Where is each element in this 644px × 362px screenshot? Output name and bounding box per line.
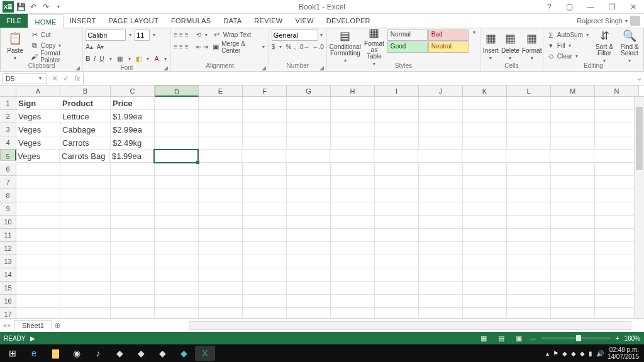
cell-D13[interactable] xyxy=(155,255,199,268)
cell-B16[interactable] xyxy=(60,295,111,308)
cell-B12[interactable] xyxy=(60,242,111,255)
cell-J16[interactable] xyxy=(419,295,463,308)
row-header-4[interactable]: 4 xyxy=(0,136,16,150)
cell-N4[interactable] xyxy=(595,136,639,150)
col-header-D[interactable]: D xyxy=(155,85,199,97)
cell-G6[interactable] xyxy=(287,163,331,176)
cell-F1[interactable] xyxy=(243,97,287,110)
tray-icon-3[interactable]: ◆ xyxy=(580,350,585,357)
clear-button[interactable]: ◇Clear▾ xyxy=(546,51,591,62)
cell-K14[interactable] xyxy=(463,268,507,282)
cell-M15[interactable] xyxy=(551,282,595,295)
cell-H11[interactable] xyxy=(331,229,375,242)
user-avatar[interactable] xyxy=(630,16,640,26)
cell-N2[interactable] xyxy=(595,110,639,123)
cell-F13[interactable] xyxy=(243,255,287,268)
cell-J15[interactable] xyxy=(419,282,463,295)
horizontal-scrollbar[interactable] xyxy=(189,321,631,330)
cell-I3[interactable] xyxy=(375,123,419,136)
cell-D15[interactable] xyxy=(155,282,199,295)
cell-J1[interactable] xyxy=(419,97,463,110)
tray-network-icon[interactable]: ▮ xyxy=(589,350,592,357)
fx-icon[interactable]: fx xyxy=(72,73,83,84)
cell-D11[interactable] xyxy=(155,229,199,242)
cell-J17[interactable] xyxy=(419,308,463,318)
cell-J4[interactable] xyxy=(419,136,463,150)
increase-decimal-icon[interactable]: .0→ xyxy=(298,43,309,50)
cell-D8[interactable] xyxy=(155,189,199,202)
task-explorer-icon[interactable]: ▇ xyxy=(45,346,65,361)
decrease-font-icon[interactable]: A▾ xyxy=(97,43,104,50)
cell-H4[interactable] xyxy=(331,136,375,150)
cell-N12[interactable] xyxy=(595,242,639,255)
cell-E8[interactable] xyxy=(199,189,243,202)
cell-B2[interactable]: Lettuce xyxy=(60,110,111,123)
vertical-scrollbar[interactable] xyxy=(634,97,644,318)
name-box[interactable]: D5▾ xyxy=(3,73,47,84)
fill-button[interactable]: ▾Fill▾ xyxy=(546,40,591,51)
cell-N9[interactable] xyxy=(595,202,639,216)
row-header-1[interactable]: 1 xyxy=(0,97,16,110)
cell-M2[interactable] xyxy=(551,110,595,123)
cell-I16[interactable] xyxy=(375,295,419,308)
cell-L12[interactable] xyxy=(507,242,551,255)
cell-N11[interactable] xyxy=(595,229,639,242)
cell-K15[interactable] xyxy=(463,282,507,295)
help-icon[interactable]: ? xyxy=(547,3,558,11)
cell-I7[interactable] xyxy=(375,176,419,189)
cell-G10[interactable] xyxy=(287,216,331,229)
cell-A17[interactable] xyxy=(16,308,60,318)
cell-K9[interactable] xyxy=(463,202,507,216)
comma-format-icon[interactable]: , xyxy=(294,43,296,50)
task-app4-icon[interactable]: ◆ xyxy=(174,346,194,361)
col-header-C[interactable]: C xyxy=(111,85,155,96)
underline-button[interactable]: U xyxy=(99,55,104,62)
style-normal[interactable]: Normal xyxy=(387,30,428,41)
cell-F17[interactable] xyxy=(243,308,287,318)
cell-D6[interactable] xyxy=(155,163,199,176)
row-header-15[interactable]: 15 xyxy=(0,282,16,295)
cell-G12[interactable] xyxy=(287,242,331,255)
cell-K4[interactable] xyxy=(463,136,507,150)
col-header-E[interactable]: E xyxy=(199,85,243,96)
cell-G2[interactable] xyxy=(287,110,331,123)
cell-L3[interactable] xyxy=(507,123,551,136)
cell-J10[interactable] xyxy=(419,216,463,229)
cell-M1[interactable] xyxy=(551,97,595,110)
cell-E2[interactable] xyxy=(199,110,243,123)
paste-button[interactable]: 📋 Paste ▾ xyxy=(3,30,27,62)
cell-B3[interactable]: Cabbage xyxy=(60,123,111,136)
zoom-out-button[interactable]: — xyxy=(530,335,536,342)
number-dialog-icon[interactable]: ◢ xyxy=(319,65,324,71)
cell-J11[interactable] xyxy=(419,229,463,242)
cell-B6[interactable] xyxy=(60,163,111,176)
cell-J5[interactable] xyxy=(418,150,462,163)
cell-K11[interactable] xyxy=(463,229,507,242)
cell-A6[interactable] xyxy=(16,163,60,176)
cell-H1[interactable] xyxy=(331,97,375,110)
tab-file[interactable]: FILE xyxy=(0,14,28,28)
close-button[interactable]: ✕ xyxy=(623,0,644,14)
cell-K2[interactable] xyxy=(463,110,507,123)
cell-A8[interactable] xyxy=(16,189,60,202)
tray-icon-2[interactable]: ◆ xyxy=(571,350,576,357)
conditional-formatting-button[interactable]: ▤Conditional Formatting▾ xyxy=(330,30,361,62)
cell-D5[interactable] xyxy=(154,150,198,163)
cell-I8[interactable] xyxy=(375,189,419,202)
save-icon[interactable]: 💾 xyxy=(15,1,26,13)
cell-H9[interactable] xyxy=(331,202,375,216)
cell-L8[interactable] xyxy=(507,189,551,202)
cell-N3[interactable] xyxy=(595,123,639,136)
cell-B7[interactable] xyxy=(60,176,111,189)
cell-E14[interactable] xyxy=(199,268,243,282)
col-header-L[interactable]: L xyxy=(507,85,551,96)
cell-J8[interactable] xyxy=(419,189,463,202)
cell-M9[interactable] xyxy=(551,202,595,216)
cell-F9[interactable] xyxy=(243,202,287,216)
cell-D17[interactable] xyxy=(155,308,199,318)
cell-M12[interactable] xyxy=(551,242,595,255)
cell-E15[interactable] xyxy=(199,282,243,295)
cell-N1[interactable] xyxy=(595,97,639,110)
cell-I13[interactable] xyxy=(375,255,419,268)
cell-C10[interactable] xyxy=(111,216,155,229)
